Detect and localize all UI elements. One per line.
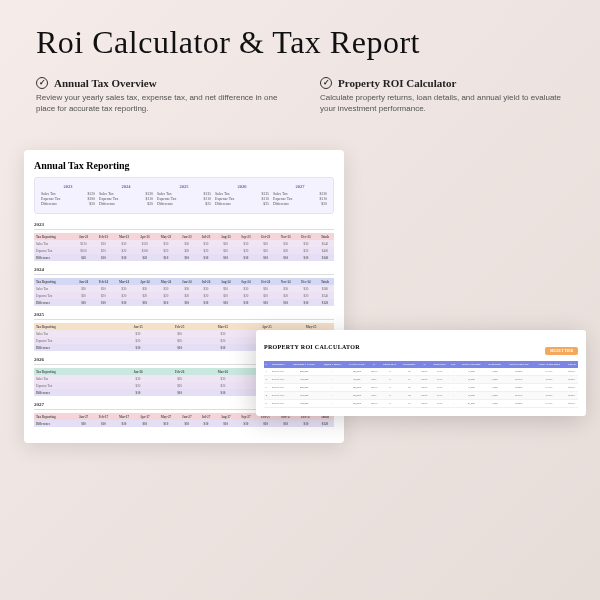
year-section-2024: 2024Tax ReportingJan-24Feb-24Mar-24Apr-2…: [34, 267, 334, 306]
roi-col-header: PRINCIPAL: [380, 361, 400, 368]
roi-col-header: %: [419, 361, 431, 368]
roi-col-header: ANNUAL RETURNS: [533, 361, 565, 368]
page-title: Roi Calculator & Tax Report: [36, 24, 564, 61]
roi-col-header: %: [368, 361, 380, 368]
roi-row: 2PROPERTY380,000–90,00029%83114.5%5.6%–1…: [264, 376, 578, 384]
feature-0: ✓Annual Tax OverviewReview your yearly s…: [36, 77, 280, 114]
tax-panel-title: Annual Tax Reporting: [34, 160, 334, 171]
features-row: ✓Annual Tax OverviewReview your yearly s…: [0, 73, 600, 130]
year-summary-bar: 2023Sales Tax$120Expense Tax$100Differen…: [34, 177, 334, 214]
feature-title: ✓Annual Tax Overview: [36, 77, 280, 89]
summary-year-2027: 2027Sales Tax$130Expense Tax$110Differen…: [273, 184, 327, 207]
roi-calculator-panel: PROPERTY ROI CALCULATOR SELECT TIER #PRO…: [256, 330, 586, 416]
select-tier-button[interactable]: SELECT TIER: [545, 347, 578, 355]
roi-col-header: CASH VALUE: [345, 361, 368, 368]
summary-year-2025: 2025Sales Tax$135Expense Tax$110Differen…: [157, 184, 211, 207]
roi-col-header: INT: [449, 361, 457, 368]
roi-row: 1PROPERTY420,000–100,00012.9%83014.5%5.6…: [264, 368, 578, 376]
feature-desc: Review your yearly sales tax, expense ta…: [36, 92, 280, 114]
summary-year-2026: 2026Sales Tax$135Expense Tax$110Differen…: [215, 184, 269, 207]
roi-col-header: YIELD: [565, 361, 578, 368]
roi-col-header: PROPERTY VALUE: [288, 361, 319, 368]
page-header: Roi Calculator & Tax Report: [0, 0, 600, 73]
check-icon: ✓: [36, 77, 48, 89]
roi-row: 4PROPERTY560,000–150,00029%83414.5%5.6%–…: [264, 392, 578, 400]
roi-row: 3PROPERTY420,000–100,00012.9%83014.5%5.6…: [264, 384, 578, 392]
roi-col-header: EXPENSES: [485, 361, 504, 368]
summary-year-2024: 2024Sales Tax$130Expense Tax$110Differen…: [99, 184, 153, 207]
roi-col-header: EQUITY BUILT: [320, 361, 345, 368]
year-section-2023: 2023Tax ReportingJan-23Feb-23Mar-23Apr-2…: [34, 222, 334, 261]
feature-desc: Calculate property returns, loan details…: [320, 92, 564, 114]
roi-row: 5PROPERTY620,000–180,00012.9%83614.5%5.6…: [264, 400, 578, 408]
roi-col-header: TOTAL INCOME: [458, 361, 486, 368]
roi-table: #PROPERTYPROPERTY VALUEEQUITY BUILTCASH …: [264, 361, 578, 408]
feature-1: ✓Property ROI CalculatorCalculate proper…: [320, 77, 564, 114]
roi-col-header: ANNUAL RET ON: [504, 361, 533, 368]
summary-year-2023: 2023Sales Tax$120Expense Tax$100Differen…: [41, 184, 95, 207]
roi-col-header: PROPERTY: [268, 361, 288, 368]
roi-title: PROPERTY ROI CALCULATOR: [264, 344, 360, 350]
feature-title: ✓Property ROI Calculator: [320, 77, 564, 89]
roi-col-header: INTEREST: [400, 361, 419, 368]
roi-col-header: MONTHLY: [430, 361, 449, 368]
check-icon: ✓: [320, 77, 332, 89]
